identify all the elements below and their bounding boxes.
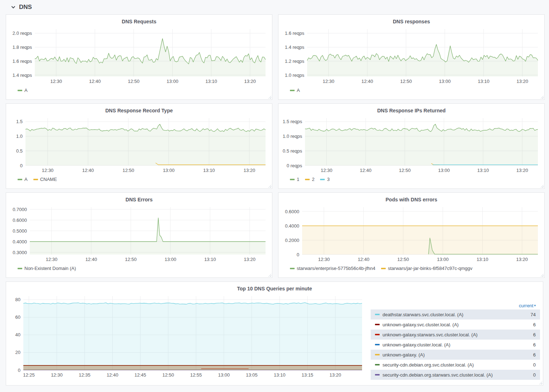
dns-responses-chart[interactable]: 12:3012:4012:5013:0013:1013:201.6 reqps1… [281, 26, 541, 86]
series-name-cell: security-cdn.debian.org.svc.cluster.loca… [375, 362, 516, 368]
series-color-dash-icon [375, 364, 380, 365]
svg-text:12:30: 12:30 [321, 168, 333, 173]
legend-table-row[interactable]: security-cdn.debian.org.starwars.svc.clu… [371, 370, 540, 380]
legend-ips-returned: 123 [281, 175, 541, 182]
svg-text:12:50: 12:50 [122, 168, 134, 173]
legend-label: Non-Existent Domain (A) [24, 266, 76, 271]
legend-label: starwars/enterprise-5775b56c4b-jfhn4 [297, 266, 375, 271]
series-color-dash-icon [290, 179, 295, 180]
series-color-dash-icon [18, 90, 22, 91]
svg-text:12:30: 12:30 [323, 79, 334, 84]
panel-title[interactable]: DNS responses [281, 15, 541, 26]
series-name-label: security-cdn.debian.org.starwars.svc.clu… [383, 372, 493, 378]
panel-title[interactable]: DNS Errors [9, 193, 269, 204]
svg-text:12:40: 12:40 [82, 168, 94, 173]
dns-row-header[interactable]: DNS [6, 0, 543, 14]
resize-handle-icon[interactable] [540, 184, 544, 188]
legend-sort-header[interactable]: current ▾ [371, 302, 540, 309]
pods-with-dns-errors-chart[interactable]: 12:3012:4012:5013:0013:1013:200.60000.40… [281, 204, 541, 264]
svg-text:13:20: 13:20 [244, 257, 256, 262]
panel-row-4: Top 10 DNS Queries per minute 12:2512:30… [6, 281, 543, 386]
panel-dns-responses: DNS responses 12:3012:4012:5013:0013:101… [278, 14, 545, 100]
legend-item[interactable]: 1 [290, 177, 299, 182]
resize-handle-icon[interactable] [539, 381, 542, 384]
sort-desc-icon: ▾ [534, 304, 536, 307]
series-color-dash-icon [375, 344, 380, 345]
legend-item[interactable]: A [290, 88, 300, 93]
legend-item[interactable]: 3 [320, 177, 329, 182]
svg-text:13:00: 13:00 [437, 257, 449, 262]
panel-title[interactable]: Pods with DNS errors [281, 193, 541, 204]
svg-text:60: 60 [15, 314, 20, 320]
svg-text:13:20: 13:20 [244, 168, 255, 173]
legend-label: CNAME [40, 177, 57, 182]
legend-item[interactable]: CNAME [33, 177, 57, 182]
legend-table-row[interactable]: unknown-galaxy.cluster.local. (A)6 [371, 340, 540, 350]
svg-text:13:10: 13:10 [203, 168, 215, 173]
top10-dns-queries-chart[interactable]: 12:2512:3012:3512:4012:4512:5012:5513:00… [9, 293, 366, 379]
series-name-label: unknown-galaxy.cluster.local. (A) [383, 342, 450, 347]
svg-text:12:30: 12:30 [50, 79, 62, 84]
legend-item[interactable]: starwars/enterprise-5775b56c4b-jfhn4 [290, 266, 375, 271]
svg-text:0.6000: 0.6000 [285, 209, 299, 214]
dns-requests-chart[interactable]: 12:3012:4012:5013:0013:1013:202.0 reqps1… [9, 26, 269, 86]
panel-title[interactable]: DNS Response IPs Returned [281, 104, 541, 115]
svg-text:0.6000: 0.6000 [13, 218, 27, 223]
resize-handle-icon[interactable] [268, 184, 271, 188]
dns-response-record-type-chart[interactable]: 12:3012:4012:5013:0013:1013:201.51.00.50 [9, 115, 269, 175]
legend-table-row[interactable]: unknown-galaxy.svc.cluster.local. (A)6 [371, 319, 540, 330]
legend-table-row[interactable]: deathstar.starwars.svc.cluster.local. (A… [371, 309, 540, 319]
legend-label: starwars/jar-jar-binks-6f5847c97c-qmggv [388, 266, 473, 271]
resize-handle-icon[interactable] [268, 95, 271, 99]
svg-text:1.2 reqps: 1.2 reqps [285, 59, 305, 64]
dns-response-ips-returned-chart[interactable]: 12:3012:4012:5013:0013:1013:201.5 reqps1… [281, 115, 541, 175]
current-column-label: current [519, 303, 533, 308]
section-title: DNS [19, 4, 32, 11]
svg-text:1.4 reqps: 1.4 reqps [285, 45, 305, 50]
panel-title[interactable]: DNS Requests [9, 15, 269, 26]
panel-title[interactable]: Top 10 DNS Queries per minute [9, 282, 540, 293]
resize-handle-icon[interactable] [540, 95, 544, 99]
svg-text:13:00: 13:00 [438, 168, 450, 173]
svg-text:1.5: 1.5 [16, 119, 23, 124]
svg-text:13:10: 13:10 [205, 79, 217, 84]
series-color-dash-icon [18, 179, 22, 180]
resize-handle-icon[interactable] [540, 273, 544, 277]
series-name-label: security-cdn.debian.org.svc.cluster.loca… [383, 362, 474, 368]
svg-text:13:20: 13:20 [329, 372, 341, 378]
series-name-label: unknown-galaxy. (A) [383, 352, 425, 358]
legend-table-row[interactable]: unknown-galaxy.starwars.svc.cluster.loca… [371, 330, 540, 340]
svg-text:12:50: 12:50 [128, 79, 140, 84]
legend-item[interactable]: A [18, 177, 28, 182]
panel-title[interactable]: DNS Response Record Type [9, 104, 269, 115]
svg-text:80: 80 [15, 297, 20, 302]
resize-handle-icon[interactable] [268, 273, 271, 277]
panel-top10-dns-queries: Top 10 DNS Queries per minute 12:2512:30… [6, 281, 543, 386]
legend-label: 1 [297, 177, 299, 182]
svg-text:0: 0 [297, 252, 299, 257]
svg-text:0: 0 [18, 368, 20, 373]
legend-item[interactable]: Non-Existent Domain (A) [18, 266, 76, 271]
svg-text:12:30: 12:30 [46, 257, 57, 262]
series-name-cell: security-cdn.debian.org.starwars.svc.clu… [375, 372, 516, 378]
dns-errors-chart[interactable]: 12:3012:4012:5013:0013:1013:200.70000.60… [9, 204, 269, 264]
series-color-dash-icon [305, 179, 310, 180]
legend-item[interactable]: A [18, 88, 28, 93]
panel-dns-response-ips-returned: DNS Response IPs Returned 12:3012:4012:5… [278, 103, 545, 189]
legend-item[interactable]: starwars/jar-jar-binks-6f5847c97c-qmggv [381, 266, 473, 271]
legend-table-row[interactable]: security-cdn.debian.org.svc.cluster.loca… [371, 360, 540, 370]
svg-text:1.0: 1.0 [16, 134, 23, 139]
svg-text:13:00: 13:00 [165, 257, 177, 262]
legend-table-row[interactable]: unknown-galaxy. (A)6 [371, 350, 540, 360]
series-name-label: unknown-galaxy.starwars.svc.cluster.loca… [383, 332, 478, 337]
current-value-cell: 6 [516, 322, 536, 327]
series-color-dash-icon [375, 354, 380, 355]
svg-text:12:50: 12:50 [399, 168, 411, 173]
legend-item[interactable]: 2 [305, 177, 314, 182]
current-value-cell: 6 [516, 332, 536, 337]
series-color-dash-icon [375, 334, 380, 335]
svg-text:0 reqps: 0 reqps [287, 163, 302, 168]
svg-text:12:35: 12:35 [79, 372, 91, 378]
series-color-dash-icon [290, 90, 295, 91]
series-name-cell: unknown-galaxy.svc.cluster.local. (A) [375, 322, 516, 327]
